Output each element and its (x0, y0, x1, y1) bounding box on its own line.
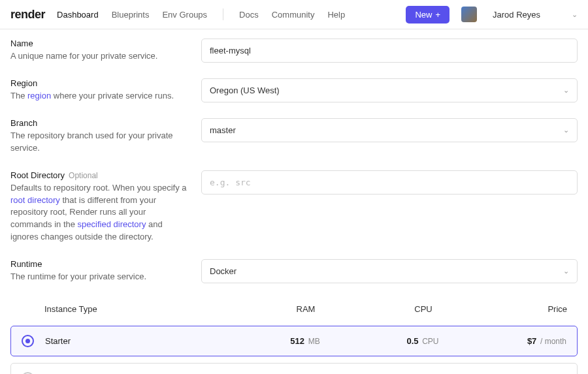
topbar: render Dashboard Blueprints Env Groups D… (0, 0, 588, 29)
rootdir-link1[interactable]: root directory (10, 195, 60, 205)
th-price: Price (482, 304, 567, 314)
new-button[interactable]: New+ (406, 6, 449, 23)
runtime-select[interactable]: Docker⌄ (201, 259, 578, 283)
avatar[interactable] (461, 7, 477, 22)
nav-divider (223, 8, 223, 20)
plan-cpu: 0.5 CPU (364, 336, 482, 346)
rootdir-input[interactable] (201, 170, 578, 195)
runtime-sub: The runtime for your private service. (10, 271, 188, 283)
chevron-down-icon: ⌄ (563, 86, 569, 95)
rootdir-link2[interactable]: specified directory (78, 219, 146, 229)
logo: render (10, 8, 45, 22)
plan-ram: 512 MB (246, 336, 364, 346)
nav-community[interactable]: Community (272, 10, 315, 20)
branch-label: Branch (10, 118, 188, 128)
plan-header: Instance Type RAM CPU Price (10, 299, 578, 319)
chevron-down-icon[interactable]: ⌄ (572, 10, 578, 19)
plan-name: Starter (45, 336, 246, 346)
nav-envgroups[interactable]: Env Groups (162, 10, 207, 20)
name-sub: A unique name for your private service. (10, 50, 188, 63)
plus-icon: + (435, 10, 440, 20)
rootdir-sub: Defaults to repository root. When you sp… (10, 182, 188, 243)
plan-row[interactable]: Starter512 MB0.5 CPU$7 / month (10, 326, 578, 356)
nav-dashboard[interactable]: Dashboard (57, 10, 99, 20)
branch-sub: The repository branch used for your priv… (10, 130, 188, 155)
th-ram: RAM (247, 304, 365, 314)
form-body: Name A unique name for your private serv… (0, 29, 588, 374)
rootdir-label: Root DirectoryOptional (10, 170, 188, 180)
region-sub: The region where your private service ru… (10, 90, 188, 102)
branch-select[interactable]: master⌄ (201, 118, 578, 142)
name-label: Name (10, 39, 188, 48)
nav-main: Dashboard Blueprints Env Groups Docs Com… (57, 8, 345, 20)
region-label: Region (10, 78, 188, 88)
radio-icon (22, 335, 34, 347)
plan-price: $7 / month (482, 336, 566, 346)
th-cpu: CPU (365, 304, 482, 314)
region-link[interactable]: region (27, 91, 51, 101)
plan-row[interactable]: Standard2 GB1 CPU$25 / month (10, 363, 578, 374)
chevron-down-icon: ⌄ (563, 267, 569, 275)
nav-docs[interactable]: Docs (239, 10, 259, 20)
user-name[interactable]: Jarod Reyes (493, 10, 540, 20)
region-select[interactable]: Oregon (US West)⌄ (201, 78, 578, 102)
nav-blueprints[interactable]: Blueprints (112, 10, 150, 20)
chevron-down-icon: ⌄ (563, 126, 569, 134)
runtime-label: Runtime (10, 259, 188, 269)
name-input[interactable] (201, 39, 578, 63)
nav-help[interactable]: Help (327, 10, 345, 20)
th-instance: Instance Type (44, 304, 247, 314)
